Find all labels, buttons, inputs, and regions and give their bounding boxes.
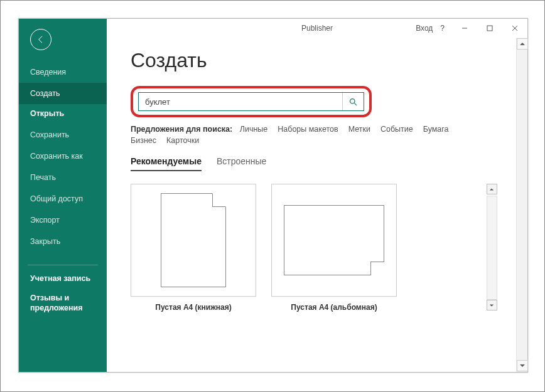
search-highlight	[131, 86, 372, 117]
sidebar-item-6[interactable]: Общий доступ	[19, 188, 107, 209]
scroll-down-button[interactable]	[517, 360, 528, 371]
template-caption: Пустая A4 (книжная)	[131, 303, 256, 312]
template-gallery: Пустая A4 (книжная)Пустая A4 (альбомная)	[131, 184, 481, 312]
sidebar-item-2[interactable]: Открыть	[19, 104, 107, 124]
page-icon	[161, 193, 226, 287]
sidebar-item-5[interactable]: Печать	[19, 167, 107, 188]
template-item-0[interactable]: Пустая A4 (книжная)	[131, 184, 256, 312]
sidebar-item-4[interactable]: Сохранить как	[19, 146, 107, 167]
backstage-sidebar: СведенияСоздатьОткрытьСохранитьСохранить…	[19, 19, 107, 372]
gallery-scrollbar[interactable]	[486, 184, 497, 312]
template-thumb	[131, 184, 256, 297]
sidebar-item-8[interactable]: Закрыть	[19, 231, 107, 252]
title-bar: Publisher Вход ?	[107, 19, 527, 38]
scroll-up-button[interactable]	[487, 184, 497, 194]
app-title: Publisher	[301, 24, 333, 33]
search-suggestions-row2: БизнесКарточки	[131, 136, 497, 145]
filter-tabs: РекомендуемыеВстроенные	[131, 156, 497, 171]
page-icon	[284, 205, 384, 275]
suggest-link[interactable]: Личные	[240, 125, 268, 134]
main-scrollbar[interactable]	[516, 38, 527, 372]
scroll-down-button[interactable]	[487, 300, 497, 310]
close-button[interactable]	[502, 19, 527, 38]
svg-point-1	[350, 98, 355, 103]
arrow-left-icon	[36, 34, 46, 45]
content: Создать Предложения для поиска: ЛичныеНа…	[107, 38, 516, 372]
tab-Встроенные[interactable]: Встроенные	[217, 156, 266, 170]
template-caption: Пустая A4 (альбомная)	[271, 303, 397, 312]
tab-Рекомендуемые[interactable]: Рекомендуемые	[131, 156, 202, 171]
scroll-up-button[interactable]	[517, 38, 528, 50]
sidebar-item-3[interactable]: Сохранить	[19, 124, 107, 146]
sidebar-item-0[interactable]: Сведения	[19, 61, 107, 83]
suggest-link[interactable]: Карточки	[166, 136, 199, 145]
suggest-link[interactable]: Наборы макетов	[278, 125, 338, 134]
suggest-label: Предложения для поиска:	[131, 125, 232, 134]
page-title: Создать	[131, 49, 497, 72]
search-button[interactable]	[342, 93, 364, 110]
search-suggestions-row1: Предложения для поиска: ЛичныеНаборы мак…	[131, 125, 497, 134]
help-button[interactable]: ?	[436, 24, 448, 33]
scroll-track[interactable]	[487, 196, 497, 300]
search-input[interactable]	[139, 97, 342, 107]
minimize-button[interactable]	[452, 19, 477, 38]
sidebar-separator	[28, 265, 98, 265]
main-area: Publisher Вход ? Создать	[107, 19, 527, 372]
sidebar-footer-item-0[interactable]: Учетная запись	[19, 269, 107, 289]
search-icon	[348, 97, 358, 107]
suggest-link[interactable]: Метки	[348, 125, 370, 134]
template-item-1[interactable]: Пустая A4 (альбомная)	[271, 184, 397, 312]
sidebar-item-7[interactable]: Экспорт	[19, 209, 107, 231]
window: СведенияСоздатьОткрытьСохранитьСохранить…	[18, 18, 528, 373]
back-button[interactable]	[30, 29, 51, 50]
suggest-link[interactable]: Событие	[380, 125, 413, 134]
svg-rect-0	[487, 26, 492, 31]
template-thumb	[271, 184, 397, 297]
maximize-button[interactable]	[477, 19, 502, 38]
sidebar-item-1[interactable]: Создать	[19, 83, 107, 104]
suggest-link[interactable]: Бумага	[423, 125, 449, 134]
sidebar-footer-item-1[interactable]: Отзывы и предложения	[19, 289, 107, 318]
suggest-link[interactable]: Бизнес	[131, 136, 156, 145]
search-box	[138, 92, 364, 111]
signin-link[interactable]: Вход	[412, 24, 436, 33]
